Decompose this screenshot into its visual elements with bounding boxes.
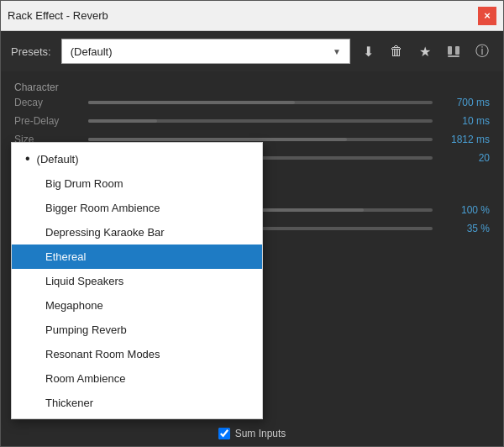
midi-icon[interactable] — [443, 40, 465, 62]
dropdown-item-label: Pumping Reverb — [45, 323, 127, 336]
dropdown-item-label: (Default) — [37, 153, 79, 166]
decay-row: Decay 700 ms — [14, 97, 490, 108]
info-icon[interactable]: ⓘ — [471, 40, 493, 62]
decay-label: Decay — [14, 97, 81, 108]
dropdown-item-label: Big Drum Room — [45, 177, 123, 190]
dropdown-item-label: Bigger Room Ambience — [45, 202, 160, 214]
dropdown-item-label: Thickener — [45, 397, 93, 409]
toolbar-icons: ⬇ 🗑 ★ ⓘ — [357, 40, 493, 62]
dropdown-arrow-icon: ▼ — [333, 47, 341, 56]
dropdown-item[interactable]: Ethereal — [12, 245, 262, 269]
dropdown-item[interactable]: Thickener — [12, 391, 262, 415]
size-value: 1812 ms — [439, 134, 490, 145]
dropdown-item-label: Megaphone — [45, 299, 103, 312]
size-slider[interactable] — [88, 138, 433, 141]
presets-dropdown: (Default) ▼ — [61, 39, 350, 64]
window-title: Rack Effect - Reverb — [8, 9, 108, 22]
presets-dropdown-menu: •(Default)Big Drum RoomBigger Room Ambie… — [11, 142, 263, 419]
dropdown-item-label: Room Ambience — [45, 372, 125, 385]
dropdown-item[interactable]: Big Drum Room — [12, 171, 262, 196]
predelay-label: Pre-Delay — [14, 115, 81, 127]
wet-value: 100 % — [439, 204, 490, 216]
sum-inputs-label: Sum Inputs — [235, 428, 286, 439]
toolbar: Presets: (Default) ▼ ⬇ 🗑 ★ ⓘ — [1, 31, 503, 71]
dropdown-item-label: Resonant Room Modes — [45, 348, 160, 360]
delete-icon[interactable]: 🗑 — [386, 40, 407, 62]
dropdown-item-label: Depressing Karaoke Bar — [45, 226, 165, 239]
p-value: 20 — [439, 152, 490, 164]
svg-rect-1 — [455, 46, 459, 55]
dropdown-item[interactable]: •(Default) — [12, 146, 262, 171]
dropdown-item[interactable]: Room Ambience — [12, 366, 262, 391]
dropdown-item-label: Liquid Speakers — [45, 275, 123, 287]
dropdown-item[interactable]: Depressing Karaoke Bar — [12, 220, 262, 245]
selected-preset-label: (Default) — [71, 45, 113, 58]
dropdown-item-label: Ethereal — [45, 250, 86, 263]
presets-select-button[interactable]: (Default) ▼ — [61, 39, 350, 64]
character-section-label: Character — [14, 82, 490, 93]
predelay-slider[interactable] — [88, 119, 433, 123]
decay-value: 700 ms — [439, 97, 490, 108]
sum-inputs-checkbox[interactable] — [218, 428, 230, 439]
save-icon[interactable]: ⬇ — [357, 40, 379, 62]
svg-rect-0 — [448, 46, 452, 55]
predelay-row: Pre-Delay 10 ms — [14, 115, 490, 127]
dry-value: 35 % — [439, 223, 490, 234]
dropdown-item[interactable]: Resonant Room Modes — [12, 342, 262, 366]
main-content: Character Decay 700 ms Pre-Delay 10 ms S… — [1, 71, 503, 446]
presets-label: Presets: — [11, 45, 51, 58]
svg-rect-2 — [448, 55, 459, 57]
title-bar: Rack Effect - Reverb × — [1, 1, 503, 31]
dropdown-item[interactable]: Bigger Room Ambience — [12, 196, 262, 220]
decay-slider[interactable] — [88, 101, 433, 104]
dropdown-item[interactable]: Megaphone — [12, 293, 262, 318]
sum-inputs-row: Sum Inputs — [1, 428, 503, 439]
favorite-icon[interactable]: ★ — [414, 40, 436, 62]
close-button[interactable]: × — [478, 7, 496, 25]
predelay-value: 10 ms — [439, 115, 490, 127]
dropdown-item[interactable]: Pumping Reverb — [12, 318, 262, 342]
dropdown-item[interactable]: Liquid Speakers — [12, 269, 262, 293]
main-window: Rack Effect - Reverb × Presets: (Default… — [0, 0, 504, 447]
